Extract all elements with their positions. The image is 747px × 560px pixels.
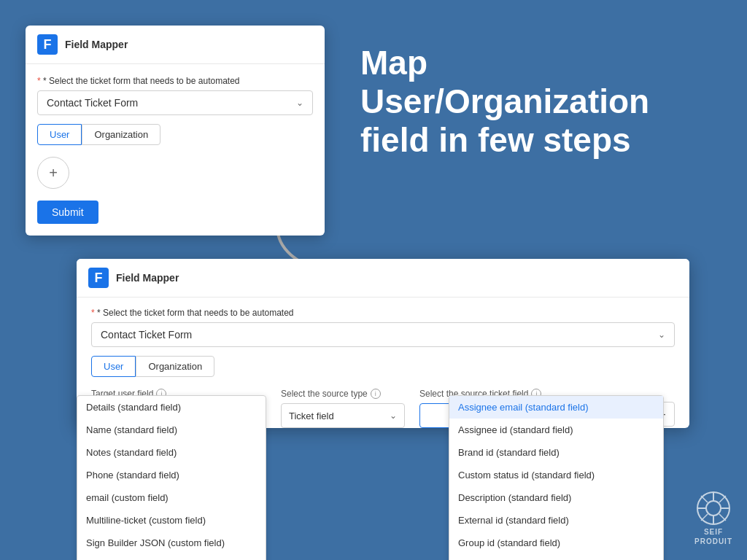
dropdown-item-macro-id[interactable]: Macro id (standard field) [449, 554, 663, 560]
top-tab-org[interactable]: Organization [82, 124, 160, 145]
dropdown-item-name[interactable]: Name (standard field) [77, 419, 266, 441]
bottom-card-title: Field Mapper [116, 272, 179, 284]
bottom-ticket-form-dropdown[interactable]: Contact Ticket Form ⌄ [91, 322, 675, 347]
svg-line-10 [701, 514, 708, 521]
top-card-body: * * Select the ticket form that needs to… [26, 64, 325, 236]
dropdown-item-group-id[interactable]: Group id (standard field) [449, 532, 663, 554]
dropdown-item-custom-status-id[interactable]: Custom status id (standard field) [449, 464, 663, 486]
source-ticket-dropdown-menu: Assignee email (standard field) Assignee… [449, 395, 664, 560]
dropdown-item-email[interactable]: email (custom field) [77, 486, 266, 509]
chevron-down-icon: ⌄ [390, 411, 397, 421]
top-card-title: Field Mapper [65, 39, 128, 50]
bottom-tab-org[interactable]: Organization [136, 356, 214, 377]
dropdown-item-brand-id[interactable]: Brand id (standard field) [449, 441, 663, 464]
dropdown-item-sign-builder[interactable]: Sign Builder JSON (custom field) [77, 532, 266, 554]
headline-line1: Map User/Organization [360, 44, 649, 120]
dropdown-item-phone[interactable]: Phone (standard field) [77, 464, 266, 486]
watermark-text-line1: SEIF [704, 528, 723, 536]
source-type-label: Select the source type i [281, 389, 405, 399]
svg-line-7 [701, 496, 708, 502]
top-tab-user[interactable]: User [37, 124, 82, 145]
dropdown-item-notes[interactable]: Notes (standard field) [77, 441, 266, 464]
watermark-text-line2: PRODUIT [694, 537, 732, 545]
dropdown-item-assignee-email[interactable]: Assignee email (standard field) [449, 396, 663, 419]
dropdown-item-attachment[interactable]: Attachment Library Field (custom field) [77, 554, 266, 560]
top-card: F Field Mapper * * Select the ticket for… [26, 26, 325, 236]
top-add-row-button[interactable]: + [37, 157, 69, 189]
dropdown-item-multiline[interactable]: Multiline-ticket (custom field) [77, 509, 266, 532]
top-card-logo: F [37, 34, 58, 55]
bottom-card-header: F Field Mapper [77, 259, 689, 298]
svg-line-9 [719, 496, 726, 502]
dropdown-item-description[interactable]: Description (standard field) [449, 486, 663, 509]
top-form-label: * * Select the ticket form that needs to… [37, 76, 313, 86]
top-dropdown-value: Contact Ticket Form [47, 97, 138, 109]
headline-line2: field in few steps [360, 121, 631, 159]
bottom-form-label: * * Select the ticket form that needs to… [91, 308, 675, 318]
source-type-value: Ticket field [289, 411, 334, 421]
seif-produit-logo [695, 490, 732, 526]
dropdown-item-details[interactable]: Details (standard field) [77, 396, 266, 419]
top-submit-button[interactable]: Submit [37, 201, 98, 224]
top-tab-group: User Organization [37, 124, 313, 145]
chevron-down-icon: ⌄ [658, 330, 665, 340]
dropdown-item-assignee-id[interactable]: Assignee id (standard field) [449, 419, 663, 441]
bottom-dropdown-value: Contact Ticket Form [101, 329, 192, 341]
bottom-tab-group: User Organization [91, 356, 675, 377]
headline: Map User/Organization field in few steps [360, 44, 718, 160]
source-type-field-group: Select the source type i Ticket field ⌄ [281, 389, 405, 428]
svg-point-2 [706, 501, 721, 516]
watermark: SEIF PRODUIT [694, 490, 732, 545]
target-field-dropdown-menu: Details (standard field) Name (standard … [77, 395, 266, 560]
bottom-tab-user[interactable]: User [91, 356, 136, 377]
dropdown-item-external-id[interactable]: External id (standard field) [449, 509, 663, 532]
top-card-header: F Field Mapper [26, 26, 325, 64]
svg-line-8 [719, 514, 726, 521]
top-ticket-form-dropdown[interactable]: Contact Ticket Form ⌄ [37, 90, 313, 115]
source-type-dropdown[interactable]: Ticket field ⌄ [281, 403, 405, 428]
source-type-info-icon[interactable]: i [371, 389, 381, 399]
bottom-card-logo: F [88, 268, 109, 288]
chevron-down-icon: ⌄ [296, 98, 303, 108]
